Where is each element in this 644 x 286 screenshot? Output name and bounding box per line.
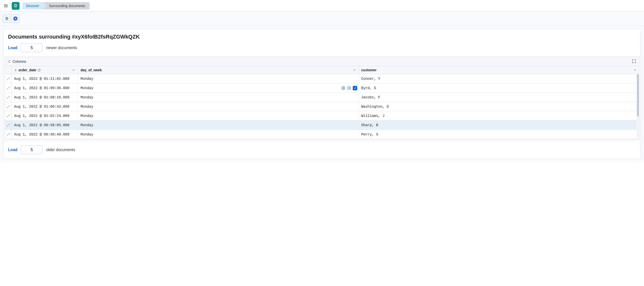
table-row: Aug 1, 2022 @ 01:08:10.000MondayJacobs, … (5, 93, 639, 102)
expand-icon (6, 77, 10, 80)
fullscreen-button[interactable] (632, 59, 637, 64)
cell-order-date: Aug 1, 2022 @ 01:02:24.000 (12, 111, 78, 120)
filter-button-group (2, 14, 20, 23)
header-customer[interactable]: customer (359, 66, 639, 74)
load-newer-row: Load newer documents (4, 44, 640, 52)
expand-icon (6, 114, 10, 118)
filter-out-value-button[interactable] (347, 86, 351, 90)
scrollbar-track[interactable] (637, 74, 639, 139)
filter-for-value-button[interactable] (341, 86, 346, 90)
breadcrumb-discover-label: Discover (26, 2, 39, 10)
columns-icon (7, 60, 11, 63)
breadcrumb-current-label: Surrounding documents (49, 2, 85, 10)
cell-hover-actions (341, 86, 357, 90)
chevron-down-icon[interactable] (633, 68, 637, 72)
cell-day-of-week: Monday (78, 102, 359, 111)
clock-icon (38, 68, 41, 72)
filter-settings-button[interactable] (3, 14, 11, 23)
expand-icon (6, 86, 10, 90)
header-day-of-week[interactable]: day_of_week (78, 66, 359, 74)
cell-day-of-week: Monday (78, 120, 359, 130)
header-expand (5, 66, 12, 74)
expand-cell[interactable] (5, 84, 12, 92)
older-label: older documents (46, 148, 75, 152)
cell-customer: Sharp, B (359, 120, 639, 130)
cell-customer: Byrd, S (359, 84, 639, 92)
expand-icon (6, 124, 10, 127)
hamburger-icon (4, 4, 8, 8)
cell-order-date: Aug 1, 2022 @ 01:11:02.000 (12, 74, 78, 83)
expand-cell[interactable] (5, 102, 12, 111)
expand-cell[interactable] (5, 130, 12, 139)
cell-customer: Conner, Y (359, 74, 639, 83)
top-bar: D Discover Surrounding documents (0, 0, 644, 12)
page-body: Documents surrounding #xyX6foIB2fsRqZGWk… (0, 26, 644, 162)
expand-icon (6, 105, 10, 108)
filter-icon (5, 16, 9, 20)
svg-point-5 (6, 19, 7, 20)
expand-cell[interactable] (5, 120, 12, 130)
cell-customer: Williams, J (359, 111, 639, 120)
breadcrumb: Discover Surrounding documents (22, 2, 90, 10)
expand-icon (6, 133, 10, 136)
chevron-down-icon[interactable] (353, 68, 356, 72)
grid-body: Aug 1, 2022 @ 01:11:02.000MondayConner, … (5, 74, 639, 139)
expand-cell[interactable] (5, 74, 12, 83)
add-filter-button[interactable] (11, 14, 19, 23)
app-badge[interactable]: D (12, 2, 20, 10)
filter-bar (0, 12, 644, 26)
cell-order-date: Aug 1, 2022 @ 00:58:05.000 (12, 120, 78, 130)
newer-count-input[interactable] (21, 44, 43, 52)
cell-order-date: Aug 1, 2022 @ 00:40:48.000 (12, 130, 78, 139)
older-count-input[interactable] (21, 146, 43, 154)
load-older-button[interactable]: Load (8, 148, 17, 152)
data-grid: order_date day_of_week customer (5, 66, 639, 139)
table-row: Aug 1, 2022 @ 01:09:36.000MondayByrd, S (5, 84, 639, 93)
surrounding-docs-panel: Documents surrounding #xyX6foIB2fsRqZGWk… (4, 29, 640, 159)
newer-label: newer documents (46, 46, 77, 50)
table-row: Aug 1, 2022 @ 01:11:02.000MondayConner, … (5, 74, 639, 84)
plus-circle-icon (341, 86, 345, 90)
header-order-date[interactable]: order_date (12, 66, 78, 74)
columns-toolbar: Columns (5, 57, 639, 66)
minus-circle-icon (347, 86, 351, 90)
panel-title: Documents surrounding #xyX6foIB2fsRqZGWk… (4, 34, 640, 44)
grid-header-row: order_date day_of_week customer (5, 66, 639, 74)
cell-customer: Perry, S (359, 130, 639, 139)
scrollbar-thumb[interactable] (637, 74, 639, 116)
check-icon (354, 87, 356, 90)
docs-table: Columns order_date (5, 57, 639, 139)
app-badge-letter: D (14, 4, 17, 8)
cell-day-of-week: Monday (78, 84, 359, 92)
breadcrumb-discover[interactable]: Discover (22, 2, 44, 10)
cell-customer: Jacobs, F (359, 93, 639, 102)
table-row: Aug 1, 2022 @ 00:40:48.000MondayPerry, S (5, 130, 639, 139)
toggle-column-button[interactable] (353, 86, 357, 90)
table-row: Aug 1, 2022 @ 01:06:43.000MondayWashingt… (5, 102, 639, 111)
svg-point-3 (7, 18, 8, 19)
svg-point-1 (6, 17, 7, 18)
sort-desc-icon (14, 68, 17, 72)
load-older-row: Load older documents (4, 141, 640, 154)
fullscreen-icon (632, 59, 636, 64)
cell-order-date: Aug 1, 2022 @ 01:08:10.000 (12, 93, 78, 102)
expand-cell[interactable] (5, 93, 12, 102)
columns-label[interactable]: Columns (13, 60, 26, 64)
header-order-date-label: order_date (18, 68, 36, 72)
cell-customer: Washington, D (359, 102, 639, 111)
expand-cell[interactable] (5, 111, 12, 120)
cell-day-of-week: Monday (78, 74, 359, 83)
load-newer-button[interactable]: Load (8, 46, 17, 50)
chevron-down-icon[interactable] (72, 68, 76, 72)
header-day-label: day_of_week (80, 68, 102, 72)
table-row: Aug 1, 2022 @ 00:58:05.000MondaySharp, B (5, 120, 639, 130)
header-customer-label: customer (361, 68, 377, 72)
nav-toggle-button[interactable] (2, 2, 10, 10)
cell-day-of-week: Monday (78, 93, 359, 102)
cell-day-of-week: Monday (78, 111, 359, 120)
table-row: Aug 1, 2022 @ 01:02:24.000MondayWilliams… (5, 111, 639, 120)
breadcrumb-current: Surrounding documents (44, 2, 90, 10)
expand-icon (6, 96, 10, 99)
cell-order-date: Aug 1, 2022 @ 01:09:36.000 (12, 84, 78, 92)
cell-day-of-week: Monday (78, 130, 359, 139)
